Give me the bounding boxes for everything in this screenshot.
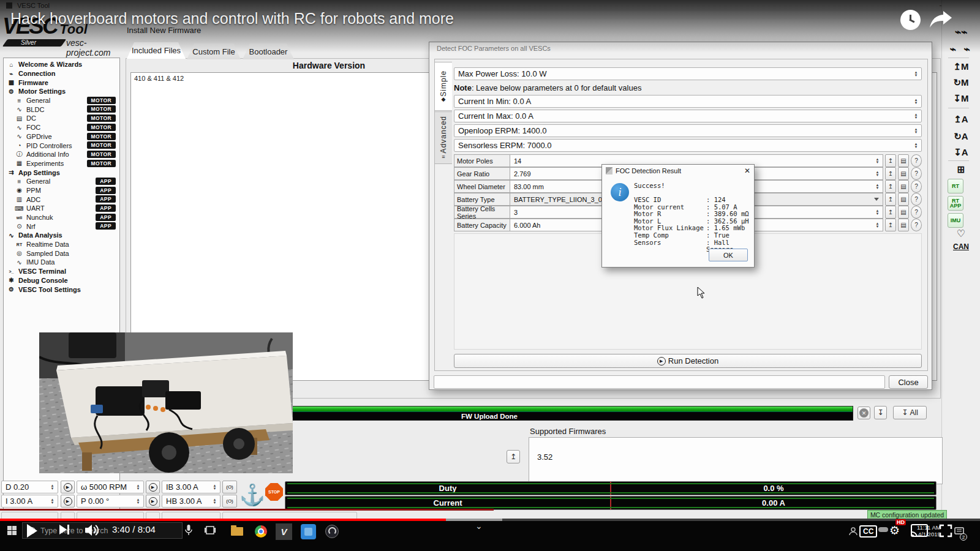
- sidebar-item-adc[interactable]: ▥ADCAPP: [5, 195, 118, 204]
- read-default-button[interactable]: ▤: [898, 167, 909, 180]
- brake-current-spinbox[interactable]: IB 3.00 A▲▼: [162, 481, 221, 493]
- tab-included-files[interactable]: Included Files: [127, 42, 186, 59]
- imu-data-toggle[interactable]: IMU: [948, 213, 963, 228]
- upload-custom-button[interactable]: ↥: [507, 450, 520, 463]
- spinner-arrows-icon[interactable]: ▲▼: [912, 69, 920, 79]
- read-default-button[interactable]: ▤: [898, 180, 909, 193]
- spinner-arrows-icon[interactable]: ▲▼: [873, 156, 881, 166]
- blue-app-icon[interactable]: [301, 524, 316, 539]
- help-button[interactable]: ?: [911, 154, 922, 167]
- tray-clock[interactable]: 11:11 AM4/1/2019: [917, 524, 941, 538]
- sidebar-item-realtime-data[interactable]: RTRealtime Data: [5, 240, 118, 249]
- heart-icon[interactable]: ♡: [947, 228, 975, 239]
- sidebar-item-firmware[interactable]: ▦Firmware: [5, 78, 118, 87]
- current-in-min-spinbox[interactable]: Current In Min: 0.0 A▲▼: [454, 95, 922, 108]
- close-icon[interactable]: ✕: [744, 167, 750, 175]
- firmware-version-item[interactable]: 3.52: [529, 438, 942, 462]
- help-button[interactable]: ?: [911, 180, 922, 193]
- rt-data-toggle[interactable]: RT: [948, 179, 963, 193]
- help-button[interactable]: ?: [911, 167, 922, 180]
- spinner-arrows-icon[interactable]: ▲▼: [912, 140, 920, 151]
- help-button[interactable]: ?: [911, 206, 922, 219]
- read-default-button[interactable]: ▤: [898, 154, 909, 167]
- read-motor-config-icon[interactable]: ↧M: [947, 93, 975, 104]
- spinner-arrows-icon[interactable]: ▲▼: [873, 181, 881, 192]
- spinner-arrows-icon[interactable]: ▲▼: [873, 168, 881, 179]
- write-param-button[interactable]: ↥: [885, 219, 896, 231]
- next-button[interactable]: [59, 525, 69, 534]
- rpm-setpoint-spinbox[interactable]: ω 5000 RPM▲▼: [77, 481, 144, 493]
- read-default-button[interactable]: ▤: [898, 219, 909, 231]
- sidebar-item-connection[interactable]: ⌁Connection: [5, 69, 118, 78]
- sidebar-item-debug-console[interactable]: ✱Debug Console: [5, 276, 118, 285]
- run-duty-button[interactable]: ▶: [61, 481, 75, 493]
- brake-button[interactable]: (O): [222, 481, 237, 493]
- spinner-arrows-icon[interactable]: ▲▼: [873, 207, 881, 217]
- sensorless-erpm-spinbox[interactable]: Sensorless ERPM: 7000.0▲▼: [454, 139, 922, 152]
- rt-app-data-toggle[interactable]: RTAPP: [948, 196, 963, 211]
- sidebar-item-gpdrive[interactable]: ∿GPDriveMOTOR: [5, 132, 118, 141]
- sidebar-item-motor-settings[interactable]: ⚙Motor Settings: [5, 87, 118, 96]
- video-title[interactable]: Hack hoverboard motors and control with …: [10, 10, 454, 28]
- captions-button[interactable]: CC: [859, 525, 877, 538]
- onedrive-cloud-icon[interactable]: [878, 527, 888, 532]
- read-app-config-icon[interactable]: ↧A: [947, 147, 975, 158]
- sidebar-item-app-general[interactable]: ≡GeneralAPP: [5, 177, 118, 186]
- sidebar-item-foc[interactable]: ∿FOCMOTOR: [5, 123, 118, 132]
- write-app-config-icon[interactable]: ↥A: [947, 114, 975, 125]
- openloop-erpm-spinbox[interactable]: Openloop ERPM: 1400.0▲▼: [454, 124, 922, 137]
- spinner-arrows-icon[interactable]: ▲▼: [912, 126, 920, 136]
- ok-button[interactable]: OK: [709, 249, 748, 261]
- write-param-button[interactable]: ↥: [885, 206, 896, 219]
- sidebar-item-ppm[interactable]: ◉PPMAPP: [5, 186, 118, 195]
- current-in-max-spinbox[interactable]: Current In Max: 0.0 A▲▼: [454, 110, 922, 122]
- spinner-arrows-icon[interactable]: ▲▼: [211, 496, 219, 506]
- sidebar-item-additional-info[interactable]: ⓘAdditional InfoMOTOR: [5, 150, 118, 159]
- file-explorer-icon[interactable]: [231, 527, 243, 536]
- download-fw-button[interactable]: ↧: [874, 406, 887, 419]
- sidebar-item-experiments[interactable]: ▦ExperimentsMOTOR: [5, 159, 118, 168]
- chrome-icon[interactable]: [255, 525, 267, 538]
- write-param-button[interactable]: ↥: [885, 193, 896, 206]
- read-default-button[interactable]: ▤: [898, 193, 909, 206]
- read-default-button[interactable]: ▤: [898, 206, 909, 219]
- spinner-arrows-icon[interactable]: ▲▼: [211, 482, 219, 492]
- spinner-arrows-icon[interactable]: ▲▼: [912, 111, 920, 121]
- sidebar-item-welcome[interactable]: ⌂Welcome & Wizards: [5, 60, 118, 69]
- reload-motor-config-icon[interactable]: ↻M: [947, 77, 975, 88]
- run-position-button[interactable]: ▶: [146, 495, 160, 508]
- sidebar-item-nunchuk[interactable]: wiiNunchukAPP: [5, 213, 118, 222]
- write-param-button[interactable]: ↥: [885, 154, 896, 167]
- help-button[interactable]: ?: [911, 219, 922, 231]
- result-dialog-titlebar[interactable]: FOC Detection Result ✕: [602, 165, 754, 176]
- write-motor-config-icon[interactable]: ↥M: [947, 61, 975, 72]
- reload-app-config-icon[interactable]: ↻A: [947, 131, 975, 142]
- duty-setpoint-spinbox[interactable]: D 0.20▲▼: [1, 481, 58, 493]
- disconnect-plug-icon[interactable]: ⌁ ⌁: [947, 43, 975, 56]
- notification-icon[interactable]: 2: [954, 527, 964, 538]
- write-param-button[interactable]: ↥: [885, 180, 896, 193]
- handbrake-button[interactable]: (O): [222, 495, 237, 508]
- fullscreen-icon[interactable]: [939, 524, 952, 538]
- sidebar-item-data-analysis[interactable]: ∿Data Analysis: [5, 231, 118, 240]
- position-setpoint-spinbox[interactable]: P 0.00 °▲▼: [77, 495, 144, 508]
- watch-later-icon[interactable]: [900, 10, 921, 30]
- tab-custom-file[interactable]: Custom File: [187, 43, 241, 59]
- current-setpoint-spinbox[interactable]: I 3.00 A▲▼: [1, 495, 58, 508]
- tab-advanced[interactable]: Advanced ≡: [434, 111, 452, 164]
- write-param-button[interactable]: ↥: [885, 167, 896, 180]
- share-icon[interactable]: [929, 10, 953, 29]
- task-view-icon[interactable]: [205, 525, 216, 535]
- spinner-arrows-icon[interactable]: ▲▼: [134, 482, 142, 492]
- microphone-icon[interactable]: [185, 525, 192, 536]
- sidebar-item-nrf[interactable]: ⊙NrfAPP: [5, 222, 118, 231]
- spinner-arrows-icon[interactable]: ▲▼: [134, 496, 142, 506]
- taskbar-search[interactable]: Type here to search: [22, 522, 183, 539]
- vesc-tool-taskbar-icon[interactable]: V: [276, 523, 292, 540]
- tray-person-icon[interactable]: [849, 527, 858, 536]
- spinner-arrows-icon[interactable]: ▲▼: [48, 482, 56, 492]
- max-power-loss-spinbox[interactable]: Max Power Loss: 10.0 W▲▼: [454, 67, 922, 80]
- can-forward-icon[interactable]: CAN: [947, 242, 975, 251]
- handbrake-current-spinbox[interactable]: HB 3.00 A▲▼: [162, 495, 221, 508]
- sidebar-item-vesc-terminal[interactable]: >_VESC Terminal: [5, 267, 118, 276]
